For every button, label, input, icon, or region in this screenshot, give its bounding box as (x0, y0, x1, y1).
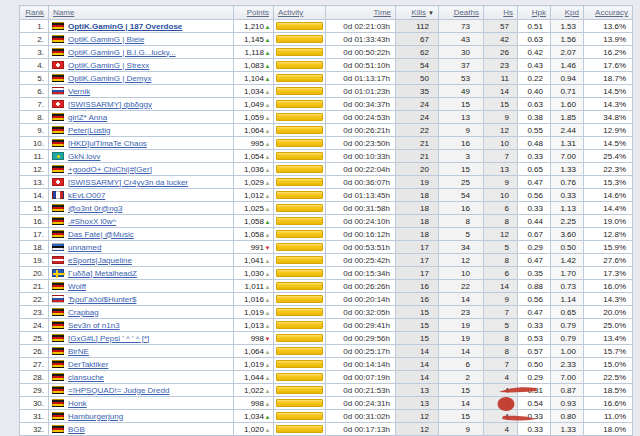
rank-cell: 7. (20, 98, 49, 111)
hpk-cell: 0.38 (518, 111, 551, 124)
rank-cell: 22. (20, 293, 49, 306)
hpk-cell: 0.33 (518, 319, 551, 332)
kills-cell: 21 (396, 137, 439, 150)
kills-cell: 21 (396, 150, 439, 163)
player-link[interactable]: Wolff (68, 282, 86, 291)
column-header-rank[interactable]: Rank (20, 6, 49, 20)
column-header-hs[interactable]: Hs (484, 6, 518, 20)
player-link[interactable]: OptiK.GaminG | Biele (68, 35, 144, 44)
activity-bar (276, 425, 323, 433)
kpd-cell: 3.60 (551, 228, 584, 241)
column-header-kpd[interactable]: Kpd (551, 6, 584, 20)
table-row: 29.=!HPSQUAD!= Judge Dredd1,022▲0d 00:21… (20, 384, 633, 397)
activity-bar (276, 191, 323, 199)
time-cell: 0d 00:23:50h (326, 137, 396, 150)
time-cell: 0d 00:31:58h (326, 202, 396, 215)
column-header-hpk[interactable]: Hpk (518, 6, 551, 20)
player-link[interactable]: DerTaktiker (68, 360, 108, 369)
table-row: 10.[HKD]ulTimaTe Chaos995▲0d 00:23:50h21… (20, 137, 633, 150)
column-header-deaths[interactable]: Deaths (439, 6, 484, 20)
hpk-cell: 0.33 (518, 202, 551, 215)
player-link[interactable]: +goodO+ ChiChi|#[Ger] (68, 165, 152, 174)
table-row: 15.@o3nt 0r@ng31,025▲0d 00:31:58h181660.… (20, 202, 633, 215)
kpd-cell: 0.76 (551, 176, 584, 189)
hpk-cell: 0.56 (518, 293, 551, 306)
flag-ru-icon (52, 87, 64, 95)
player-link[interactable]: [SWISSARMY] фbδggy (68, 100, 152, 109)
rank-cell: 31. (20, 410, 49, 423)
column-header-time[interactable]: Time (326, 6, 396, 20)
rank-cell: 18. (20, 241, 49, 254)
rank-cell: 14. (20, 189, 49, 202)
player-link[interactable]: OptiK.GaminG | B.I.G...lucky... (68, 48, 176, 57)
time-cell: 0d 00:24:53h (326, 111, 396, 124)
column-header-kills[interactable]: Kills▼ (396, 6, 439, 20)
flag-de-icon (52, 399, 64, 407)
flag-de-icon (52, 35, 64, 43)
column-header-name[interactable]: Name (49, 6, 234, 20)
player-link[interactable]: Crapbag (68, 308, 99, 317)
player-link[interactable]: BGB (68, 425, 85, 434)
rank-cell: 27. (20, 358, 49, 371)
hpk-cell: 0.65 (518, 163, 551, 176)
player-link[interactable]: OptiK.GaminG | Strexx (68, 61, 149, 70)
activity-bar (276, 399, 323, 407)
player-link[interactable]: =!HPSQUAD!= Judge Dredd (68, 386, 169, 395)
player-name-cell: [HKD]ulTimaTe Chaos (49, 137, 234, 150)
player-link[interactable]: BirNE (68, 347, 89, 356)
trend-neutral-icon: ▲ (264, 128, 271, 134)
player-link[interactable]: OptiK.GaminG | 187 Overdose (68, 22, 182, 31)
player-link[interactable]: [SWISSARMY] Cr4yv3n da lucker (68, 178, 188, 187)
time-cell: 0d 01:33:43h (326, 33, 396, 46)
time-cell: 0d 00:07:19h (326, 371, 396, 384)
player-link[interactable]: ЂρuΓáðól$Hunter$ (68, 295, 136, 304)
player-link[interactable]: .#ShoxX l0w^ (68, 217, 116, 226)
table-row: 5.OptiK.GaminG | Demyx1,104▲0d 01:13:17h… (20, 72, 633, 85)
table-body: 1.OptiK.GaminG | 187 Overdose1,210▲0d 02… (20, 20, 633, 436)
accuracy-cell: 15.3% (584, 176, 633, 189)
accuracy-cell: 14.5% (584, 137, 633, 150)
player-link[interactable]: Hamburgerjung (68, 412, 123, 421)
trend-neutral-icon: ▲ (264, 271, 271, 277)
flag-de-icon (52, 373, 64, 381)
activity-cell (274, 124, 326, 137)
player-link[interactable]: clansuche (68, 373, 104, 382)
activity-bar (276, 321, 323, 329)
player-link[interactable]: Das Fate| @Music (68, 230, 134, 239)
activity-cell (274, 20, 326, 33)
player-name-cell: BGB (49, 423, 234, 436)
deaths-cell: 15 (439, 410, 484, 423)
trend-neutral-icon: ▲ (264, 102, 271, 108)
headshots-cell: 8 (484, 345, 518, 358)
accuracy-cell: 15.0% (584, 358, 633, 371)
kills-cell: 14 (396, 371, 439, 384)
deaths-cell: 19 (439, 319, 484, 332)
column-header-points[interactable]: Points (234, 6, 274, 20)
activity-bar (276, 165, 323, 173)
trend-neutral-icon: ▲ (264, 362, 271, 368)
player-link[interactable]: GkN.lovv (68, 152, 100, 161)
player-link[interactable]: Sev3n of n1n3 (68, 321, 120, 330)
player-link[interactable]: kEvLO007 (68, 191, 105, 200)
player-link[interactable]: Honk (68, 399, 87, 408)
hpk-cell: 0.51 (518, 20, 551, 33)
column-header-activity[interactable]: Activity (274, 6, 326, 20)
hpk-cell: 0.57 (518, 345, 551, 358)
player-stats-table: RankNamePointsActivityTimeKills▼DeathsHs… (19, 5, 633, 436)
player-link[interactable]: unnamed (68, 243, 101, 252)
player-link[interactable]: eSports|Jaqueline (68, 256, 132, 265)
player-link[interactable]: @o3nt 0r@ng3 (68, 204, 123, 213)
player-link[interactable]: [HKD]ulTimaTe Chaos (68, 139, 147, 148)
column-header-accuracy[interactable]: Accuracy (584, 6, 633, 20)
trend-up-icon: ▲ (264, 76, 271, 82)
player-link[interactable]: Peter|Lustig (68, 126, 111, 135)
kpd-cell: 0.73 (551, 280, 584, 293)
points-cell: 998▼ (234, 332, 274, 345)
rank-cell: 12. (20, 163, 49, 176)
player-link[interactable]: [GxG#L] Pepsi ' ^ ' ^ [*] (68, 334, 149, 343)
player-link[interactable]: girlZ* Anna (68, 113, 107, 122)
player-link[interactable]: Vernik (68, 87, 90, 96)
player-link[interactable]: OptiK.GaminG | Demyx (68, 74, 151, 83)
player-link[interactable]: Γuδδa] MetalheadZ (68, 269, 137, 278)
accuracy-cell: 16.0% (584, 280, 633, 293)
